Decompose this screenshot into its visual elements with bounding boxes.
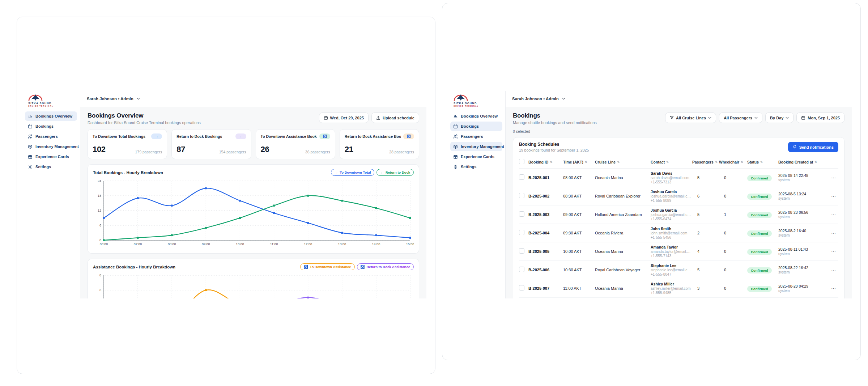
- cell-created-at: 2025-08-23 06:56system: [778, 210, 829, 219]
- cell-cruise-line: Royal Caribbean Voyager: [595, 268, 651, 272]
- sidebar-item-settings[interactable]: Settings: [25, 162, 77, 171]
- row-menu-button[interactable]: ⋯: [829, 286, 838, 291]
- bookings-table: Booking ID⇅ Time (AKT)⇅ Cruise Line⇅ Con…: [519, 156, 838, 298]
- wheelchair-badge-icon: ♿: [319, 133, 330, 139]
- sidebar-item-experience-cards[interactable]: Experience Cards: [25, 152, 77, 161]
- row-checkbox[interactable]: [519, 285, 524, 290]
- bell-icon: [793, 145, 797, 149]
- sitka-sound-logo: SITKA SOUND CRUISE TERMINAL: [22, 91, 80, 108]
- user-menu[interactable]: Sarah Johnson • Admin: [512, 97, 565, 101]
- svg-text:10:00: 10:00: [236, 242, 244, 246]
- sort-icon: ⇅: [666, 160, 669, 164]
- sidebar-item-bookings-overview[interactable]: Bookings Overview: [450, 111, 502, 121]
- chevron-down-icon: [562, 98, 565, 100]
- topbar: Sarah Johnson • Admin: [80, 91, 426, 107]
- date-picker-button[interactable]: Wed, Oct 29, 2025: [319, 113, 369, 123]
- sitka-sound-logo: SITKA SOUND CRUISE TERMINAL: [447, 91, 505, 108]
- sidebar-item-passengers[interactable]: Passengers: [450, 132, 502, 141]
- wheelchair-icon: ♿: [361, 265, 365, 269]
- stat-card-return-to-dock-assistance: Return to Dock Assistance Bookings♿ 2128…: [340, 129, 419, 159]
- sidebar-nav: Bookings Overview Bookings Passengers: [447, 108, 505, 175]
- table-row: B-2025-005 10:00 AKT Oceania Marina Aman…: [519, 242, 838, 261]
- calendar-icon: [28, 124, 33, 129]
- col-status[interactable]: Status⇅: [747, 160, 778, 164]
- cell-contact: Joshua Garciajoshua.garcia@email.com+1-5…: [651, 190, 692, 203]
- sort-icon: ⇅: [741, 160, 743, 164]
- status-badge: Confirmed: [747, 194, 772, 200]
- legend-return-to-dock-button[interactable]: ←Return to Dock: [376, 169, 414, 176]
- sidebar-item-inventory-management[interactable]: Inventory Management: [25, 142, 77, 151]
- col-created-at[interactable]: Booking Created at⇅: [778, 160, 829, 164]
- row-menu-button[interactable]: ⋯: [829, 175, 838, 181]
- cell-created-at: 2025-08-28 04:29system: [778, 284, 829, 293]
- cell-created-at: 2025-08-14 22:48system: [778, 173, 829, 182]
- passengers-filter[interactable]: All Passengers: [719, 113, 762, 123]
- row-checkbox[interactable]: [519, 267, 524, 272]
- bar-chart-icon: [453, 114, 458, 119]
- cell-booking-id: B-2025-007: [528, 286, 563, 290]
- window-bookings-overview: SITKA SOUND CRUISE TERMINAL Bookings Ove…: [17, 17, 435, 374]
- table-row: B-2025-006 10:30 AKT Royal Caribbean Voy…: [519, 261, 838, 279]
- col-booking-id[interactable]: Booking ID⇅: [528, 160, 563, 164]
- user-menu[interactable]: Sarah Johnson • Admin: [87, 97, 140, 101]
- chevron-down-icon: [786, 117, 789, 119]
- sidebar-item-passengers[interactable]: Passengers: [25, 132, 77, 141]
- stat-value: 87: [176, 145, 185, 154]
- col-cruise-line[interactable]: Cruise Line⇅: [595, 160, 651, 164]
- row-checkbox[interactable]: [519, 230, 524, 235]
- row-checkbox[interactable]: [519, 193, 524, 198]
- granularity-filter[interactable]: By Day: [765, 113, 793, 123]
- send-notifications-button[interactable]: Send notifications: [788, 142, 838, 152]
- sidebar-item-bookings[interactable]: Bookings: [25, 122, 77, 131]
- row-menu-button[interactable]: ⋯: [829, 212, 838, 217]
- col-contact[interactable]: Contact⇅: [651, 160, 692, 164]
- selected-count: 0 selected: [513, 129, 844, 133]
- sidebar-item-experience-cards[interactable]: Experience Cards: [450, 152, 502, 161]
- row-menu-button[interactable]: ⋯: [829, 267, 838, 273]
- cell-passengers: 4: [692, 249, 719, 254]
- col-time[interactable]: Time (AKT)⇅: [563, 160, 595, 164]
- svg-text:12:00: 12:00: [304, 242, 312, 246]
- row-checkbox[interactable]: [519, 174, 524, 180]
- cell-time: 08:00 AKT: [563, 175, 595, 180]
- legend-return-to-dock-assistance-button[interactable]: ♿Return to Dock Assistance: [357, 263, 414, 270]
- svg-text:13:00: 13:00: [338, 242, 346, 246]
- svg-text:09:00: 09:00: [202, 242, 210, 246]
- arrow-left-badge-icon: ←: [235, 133, 246, 139]
- arrow-left-icon: ←: [380, 170, 384, 174]
- cell-booking-id: B-2025-005: [528, 249, 563, 254]
- cell-booking-id: B-2025-001: [528, 175, 563, 180]
- page-subtitle: Dashboard for Sitka Sound Cruise Termina…: [88, 120, 201, 125]
- stat-passengers: 28 passengers: [389, 150, 414, 154]
- stat-value: 102: [93, 145, 106, 154]
- sidebar-item-bookings-overview[interactable]: Bookings Overview: [25, 111, 77, 121]
- cell-booking-id: B-2025-002: [528, 194, 563, 198]
- col-passengers[interactable]: Passengers⇅: [692, 160, 719, 164]
- row-menu-button[interactable]: ⋯: [829, 194, 838, 199]
- chart-title: Total Bookings - Hourly Breakdown: [93, 170, 163, 175]
- cell-cruise-line: Oceania Riviera: [595, 231, 651, 235]
- chevron-down-icon: [708, 117, 711, 119]
- cruise-lines-filter[interactable]: All Cruise Lines: [665, 113, 716, 123]
- total-bookings-chart-card: Total Bookings - Hourly Breakdown →To Do…: [88, 164, 419, 254]
- cell-wheelchair: 0: [719, 249, 747, 254]
- stat-label: Return to Dock Assistance Bookings: [345, 134, 401, 139]
- cell-wheelchair: 0: [719, 286, 747, 290]
- row-checkbox[interactable]: [519, 211, 524, 217]
- legend-to-downtown-assistance-button[interactable]: ♿To Downtown Assistance: [300, 263, 355, 270]
- status-badge: Confirmed: [747, 286, 772, 292]
- row-menu-button[interactable]: ⋯: [829, 249, 838, 254]
- sidebar-item-inventory-management[interactable]: Inventory Management: [450, 142, 502, 151]
- users-icon: [28, 134, 33, 139]
- legend-to-downtown-total-button[interactable]: →To Downtown Total: [331, 169, 375, 176]
- select-all-checkbox[interactable]: [519, 159, 524, 164]
- row-menu-button[interactable]: ⋯: [829, 230, 838, 236]
- sidebar-item-bookings[interactable]: Bookings: [450, 122, 502, 131]
- row-checkbox[interactable]: [519, 248, 524, 254]
- date-filter-button[interactable]: Mon, Sep 1, 2025: [796, 113, 844, 123]
- upload-schedule-button[interactable]: Upload schedule: [371, 113, 419, 123]
- logo-tagline: CRUISE TERMINAL: [454, 105, 505, 107]
- cell-passengers: 5: [692, 268, 719, 272]
- sidebar-item-settings[interactable]: Settings: [450, 162, 502, 171]
- col-wheelchair[interactable]: Wheelchair⇅: [719, 160, 747, 164]
